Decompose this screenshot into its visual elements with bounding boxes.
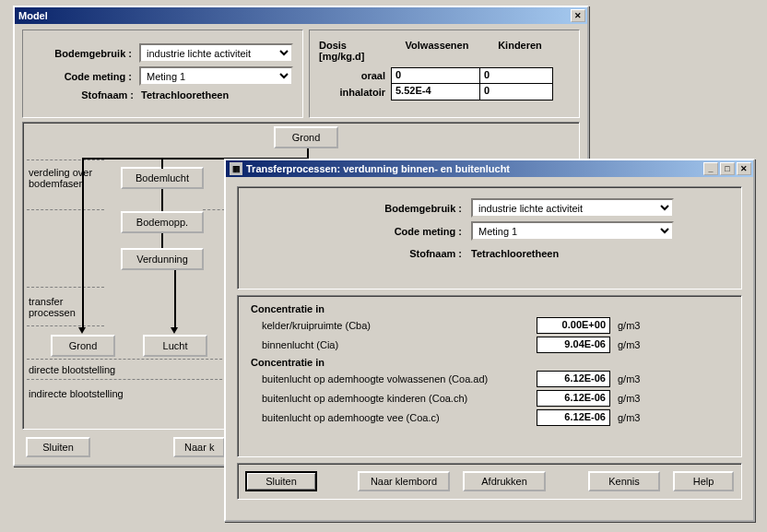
col-kinderen: Kinderen [483,40,557,62]
conc-row-value: 6.12E-06 [537,390,610,407]
conc-row-label: buitenlucht op ademhoogte vee (Coa.c) [251,412,537,423]
t-value-stofnaam: Tetrachlooretheen [471,248,674,259]
t-label-bodemgebruik: Bodemgebruik : [305,203,462,214]
conc-row: kelder/kruipruimte (Cba)0.00E+00g/m3 [251,317,728,334]
transfer-title: Transferprocessen: verdunning binnen- en… [246,163,702,174]
t-select-code-meting[interactable]: Meting 1 [471,221,674,241]
transfer-data-panel: Concentratie in kelder/kruipruimte (Cba)… [237,295,742,457]
transfer-titlebar: ▦ Transferprocessen: verdunning binnen- … [226,160,753,177]
conc-header-1: Concentratie in [251,303,728,314]
model-naar-klembord-button[interactable]: Naar k [173,437,225,457]
conc-row-unit: g/m3 [618,412,640,423]
t-label-code-meting: Code meting : [305,226,462,237]
transfer-button-panel: Sluiten Naar klembord Afdrukken Kennis H… [237,463,742,500]
label-stofnaam: Stofnaam : [32,89,134,100]
conc-row: buitenlucht op ademhoogte volwassenen (C… [251,371,728,387]
value-stofnaam: Tetrachlooretheen [141,89,229,100]
inh-volw: 5.52E-4 [391,84,479,100]
node-grond-top[interactable]: Grond [274,126,338,148]
conc-row: buitenlucht op ademhoogte kinderen (Coa.… [251,390,728,407]
oraal-volw: 0 [391,67,479,84]
conc-row-unit: g/m3 [618,320,640,331]
conc-row-label: buitenlucht op ademhoogte volwassenen (C… [251,373,537,384]
conc-row-value: 9.04E-06 [537,337,610,353]
conc-row-value: 6.12E-06 [537,371,610,387]
col-volwassenen: Volwassenen [391,40,483,62]
side-directe: directe blootstelling [29,364,115,375]
oraal-kind: 0 [479,67,553,84]
inh-kind: 0 [479,84,553,100]
label-code-meting: Code meting : [32,71,132,82]
t-afdrukken-button[interactable]: Afdrukken [463,471,546,491]
node-lucht[interactable]: Lucht [143,335,207,357]
conc-row: buitenlucht op ademhoogte vee (Coa.c)6.1… [251,409,728,426]
model-sluiten-button[interactable]: Sluiten [26,437,90,457]
conc-header-2: Concentratie in [251,357,728,368]
dosis-unit: [mg/kg.d] [319,51,391,62]
node-bodemopp[interactable]: Bodemopp. [121,211,204,233]
model-title: Model [18,10,569,21]
row-inh-label: inhalatoir [319,87,391,98]
label-bodemgebruik: Bodemgebruik : [32,48,132,59]
conc-row: binnenlucht (Cia)9.04E-06g/m3 [251,337,728,353]
dosis-group: Dosis [mg/kg.d] Volwassenen Kinderen ora… [309,30,580,118]
t-kennis-button[interactable]: Kennis [588,471,660,491]
maximize-icon[interactable]: □ [720,162,735,175]
model-left-group: Bodemgebruik : industrie lichte activite… [22,30,303,118]
model-titlebar: Model ✕ [15,7,587,24]
close-icon[interactable]: ✕ [571,9,585,22]
conc-row-label: kelder/kruipruimte (Cba) [251,320,537,331]
conc-row-label: buitenlucht op ademhoogte kinderen (Coa.… [251,393,537,404]
conc-row-value: 0.00E+00 [537,317,610,334]
conc-row-unit: g/m3 [618,339,640,350]
app-icon: ▦ [230,162,242,175]
t-label-stofnaam: Stofnaam : [305,248,462,259]
transfer-window: ▦ Transferprocessen: verdunning binnen- … [224,159,755,522]
transfer-top-panel: Bodemgebruik : industrie lichte activite… [237,186,742,290]
dosis-header: Dosis [319,40,391,51]
conc-row-value: 6.12E-06 [537,409,610,426]
select-code-meting[interactable]: Meting 1 [139,66,293,86]
t-help-button[interactable]: Help [673,471,734,491]
close-icon[interactable]: ✕ [737,162,751,175]
minimize-icon[interactable]: _ [703,162,718,175]
node-bodemlucht[interactable]: Bodemlucht [121,167,204,189]
node-verdunning[interactable]: Verdunning [121,248,204,270]
conc-row-unit: g/m3 [618,393,640,404]
t-sluiten-button[interactable]: Sluiten [245,471,317,491]
side-indirecte: indirecte blootstelling [29,388,124,399]
conc-row-label: binnenlucht (Cia) [251,339,537,350]
select-bodemgebruik[interactable]: industrie lichte activiteit [139,43,293,63]
conc-row-unit: g/m3 [618,373,640,384]
row-oraal-label: oraal [319,70,391,81]
t-naar-klembord-button[interactable]: Naar klembord [358,471,450,491]
node-grond-bottom[interactable]: Grond [51,335,115,357]
t-select-bodemgebruik[interactable]: industrie lichte activiteit [471,198,674,218]
